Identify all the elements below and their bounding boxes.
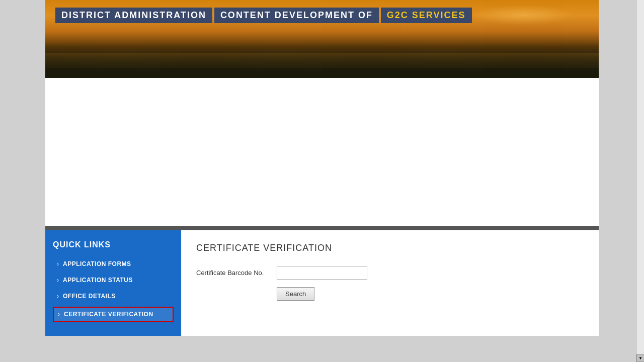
content-area [45, 78, 599, 226]
sidebar-item-application-status[interactable]: › APPLICATION STATUS [53, 275, 174, 286]
quick-links-sidebar: QUICK LINKS › APPLICATION FORMS › APPLIC… [45, 230, 181, 336]
application-forms-link[interactable]: APPLICATION FORMS [63, 260, 131, 267]
banner-line1: DISTRICT ADMINISTRATION [55, 8, 212, 23]
barcode-label: Certificate Barcode No. [196, 269, 277, 277]
arrow-icon: › [58, 311, 60, 318]
quick-links-title: QUICK LINKS [53, 240, 174, 249]
bottom-section: QUICK LINKS › APPLICATION FORMS › APPLIC… [45, 230, 599, 336]
banner-text: DISTRICT ADMINISTRATION CONTENT DEVELOPM… [55, 8, 472, 25]
form-title: CERTIFICATE VERIFICATION [196, 243, 584, 253]
barcode-row: Certificate Barcode No. [196, 266, 584, 280]
search-button-row: Search [277, 287, 584, 301]
banner: DISTRICT ADMINISTRATION CONTENT DEVELOPM… [45, 0, 599, 78]
barcode-input[interactable] [277, 266, 367, 280]
office-details-link[interactable]: OFFICE DETAILS [63, 293, 116, 300]
sidebar-item-application-forms[interactable]: › APPLICATION FORMS [53, 258, 174, 269]
separator [45, 226, 599, 230]
scrollbar[interactable]: ▼ [636, 0, 644, 362]
arrow-icon: › [57, 260, 59, 267]
sidebar-item-certificate-verification[interactable]: › CERTIFICATE VERIFICATION [53, 307, 174, 322]
arrow-icon: › [57, 277, 59, 284]
application-status-link[interactable]: APPLICATION STATUS [63, 277, 133, 284]
form-area: CERTIFICATE VERIFICATION Certificate Bar… [181, 230, 599, 336]
scroll-down-arrow[interactable]: ▼ [636, 354, 644, 362]
search-button[interactable]: Search [277, 287, 314, 301]
banner-line2: CONTENT DEVELOPMENT OF [214, 8, 379, 23]
banner-line3: G2C SERVICES [381, 8, 472, 23]
arrow-icon: › [57, 293, 59, 300]
sidebar-item-office-details[interactable]: › OFFICE DETAILS [53, 291, 174, 302]
certificate-verification-link[interactable]: CERTIFICATE VERIFICATION [64, 311, 153, 318]
quick-links-list: › APPLICATION FORMS › APPLICATION STATUS… [53, 258, 174, 322]
